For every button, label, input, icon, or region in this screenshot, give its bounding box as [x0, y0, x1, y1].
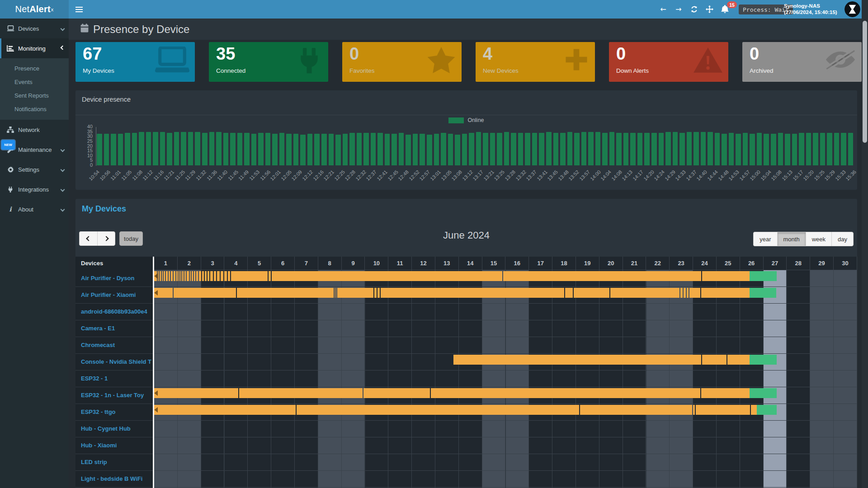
calendar-day-cell	[623, 304, 646, 320]
calendar-day-cell	[435, 454, 459, 471]
sidebar-item-monitoring[interactable]: Monitoring	[0, 38, 69, 58]
refresh-icon[interactable]	[687, 0, 701, 19]
x-tick-label: 13:17	[472, 169, 484, 182]
app-logo[interactable]: NetAlertx	[0, 0, 69, 19]
view-week-button[interactable]: week	[806, 232, 831, 246]
presence-bar	[609, 132, 615, 165]
calendar-day-cell	[459, 421, 482, 437]
presence-bar	[329, 134, 334, 165]
calendar-day-cell	[482, 371, 506, 387]
device-link-chromecast[interactable]: Chromecast	[75, 337, 153, 354]
my-devices-panel: My Devices today June 2024 year month we…	[75, 199, 857, 488]
calendar-day-cell	[623, 371, 646, 387]
calendar-day-cell	[482, 337, 506, 354]
stat-card-new-devices[interactable]: 4New Devices	[476, 42, 595, 82]
calendar-day-cell	[412, 371, 435, 387]
calendar-day-cell	[764, 454, 787, 471]
presence-gap	[198, 271, 199, 281]
presence-bar	[848, 133, 854, 165]
stat-card-archived[interactable]: 0Archived	[742, 42, 862, 82]
stat-card-connected[interactable]: 35Connected	[209, 42, 328, 82]
x-tick-label: 11:01	[109, 169, 122, 181]
sidebar-subitem-presence[interactable]: Presence	[0, 62, 69, 75]
sidebar-item-settings[interactable]: Settings	[0, 160, 69, 179]
device-link-light-bedside-b-wifi[interactable]: Light - bedside B WiFi	[75, 471, 153, 488]
presence-bar	[483, 133, 488, 165]
view-year-button[interactable]: year	[753, 232, 777, 246]
calendar-day-cell	[834, 304, 857, 320]
sidebar-item-devices[interactable]: Devices	[0, 19, 69, 38]
calendar-day-cell	[271, 337, 295, 354]
calendar-day-cell	[225, 421, 248, 437]
continues-left-arrow-icon	[154, 390, 158, 396]
page-scrollbar-thumb[interactable]	[863, 21, 867, 143]
presence-bar	[448, 134, 453, 165]
calendar-row: LED strip	[75, 454, 857, 471]
presence-bar-online-now	[750, 271, 777, 281]
sidebar-subitem-notifications[interactable]: Notifications	[0, 103, 69, 116]
move-icon[interactable]	[703, 0, 716, 19]
device-link-esp32-ttgo[interactable]: ESP32 - ttgo	[75, 404, 153, 421]
day-header-12: 12	[412, 257, 435, 270]
device-link-hub-cygnet-hub[interactable]: Hub - Cygnet Hub	[75, 421, 153, 437]
presence-bar	[743, 133, 748, 165]
nav-forward-icon[interactable]: →	[672, 0, 685, 19]
calendar-day-cell	[248, 320, 271, 337]
x-tick-label: 14:44	[706, 169, 719, 182]
x-tick-label: 13:57	[578, 169, 591, 182]
sidebar-item-about[interactable]: i About	[0, 199, 69, 219]
presence-gap	[213, 271, 214, 281]
calendar-day-cell	[225, 454, 248, 471]
device-link-air-purifier-dyson[interactable]: Air Purifier - Dyson	[75, 270, 153, 287]
calendar-day-cell	[646, 437, 670, 454]
presence-bar-online	[154, 405, 757, 415]
nav-back-icon[interactable]: ←	[656, 0, 670, 19]
x-tick-label: 15:13	[781, 169, 793, 182]
day-header-4: 4	[224, 257, 248, 270]
calendar-day-cell	[670, 371, 693, 387]
x-tick-label: 11:16	[152, 169, 165, 181]
device-link-air-purifier-xiaomi[interactable]: Air Purifier - Xiaomi	[75, 287, 153, 304]
calendar-day-cell	[435, 304, 459, 320]
sidebar-subitem-events[interactable]: Events	[0, 75, 69, 89]
sidebar-group-monitoring: Monitoring Presence Events Sent Reports …	[0, 38, 69, 120]
calendar-day-cell	[154, 371, 178, 387]
calendar-day-cell	[787, 304, 811, 320]
continues-left-arrow-icon	[154, 290, 158, 296]
stat-card-favorites[interactable]: 0Favorites	[342, 42, 462, 82]
calendar-day-cell	[740, 337, 764, 354]
day-header-20: 20	[599, 257, 623, 270]
sidebar-subitem-sent-reports[interactable]: Sent Reports	[0, 89, 69, 103]
calendar-day-cell	[506, 337, 529, 354]
presence-gap	[195, 271, 196, 281]
device-link-android-68608b93a00e4[interactable]: android-68608b93a00e4	[75, 304, 153, 320]
calendar-day-cell	[201, 304, 225, 320]
view-day-button[interactable]: day	[831, 232, 854, 246]
user-avatar[interactable]	[844, 1, 860, 17]
device-link-led-strip[interactable]: LED strip	[75, 454, 153, 471]
presence-bar	[167, 133, 172, 165]
calendar-day-cell	[787, 371, 811, 387]
device-link-esp32-1[interactable]: ESP32 - 1	[75, 371, 153, 387]
device-link-hub-xiaomi[interactable]: Hub - Xiaomi	[75, 437, 153, 454]
calendar-day-cell	[459, 304, 482, 320]
sidebar-item-network[interactable]: Network	[0, 120, 69, 140]
device-timeline	[154, 354, 857, 371]
chevron-left-icon	[61, 167, 65, 172]
stat-card-my-devices[interactable]: 67My Devices	[75, 42, 195, 82]
calendar-day-cell	[412, 337, 435, 354]
presence-bar	[525, 133, 530, 165]
sidebar-toggle-icon[interactable]	[69, 0, 90, 19]
stat-card-down-alerts[interactable]: 0Down Alerts	[609, 42, 728, 82]
view-month-button[interactable]: month	[777, 232, 806, 246]
presence-bar-online	[154, 388, 750, 398]
device-link-esp32-1n-laser-toy[interactable]: ESP32 - 1n - Laser Toy	[75, 387, 153, 404]
day-header-26: 26	[740, 257, 764, 270]
sidebar-item-integrations[interactable]: Integrations	[0, 179, 69, 199]
presence-bar-online-now	[750, 288, 776, 298]
presence-bar	[286, 134, 292, 165]
notification-count-badge[interactable]: 15	[727, 1, 737, 8]
device-link-camera-e1[interactable]: Camera - E1	[75, 320, 153, 337]
device-link-console-nvidia-shield-t[interactable]: Console - Nvidia Shield T	[75, 354, 153, 371]
page-scrollbar-track[interactable]	[862, 0, 868, 488]
